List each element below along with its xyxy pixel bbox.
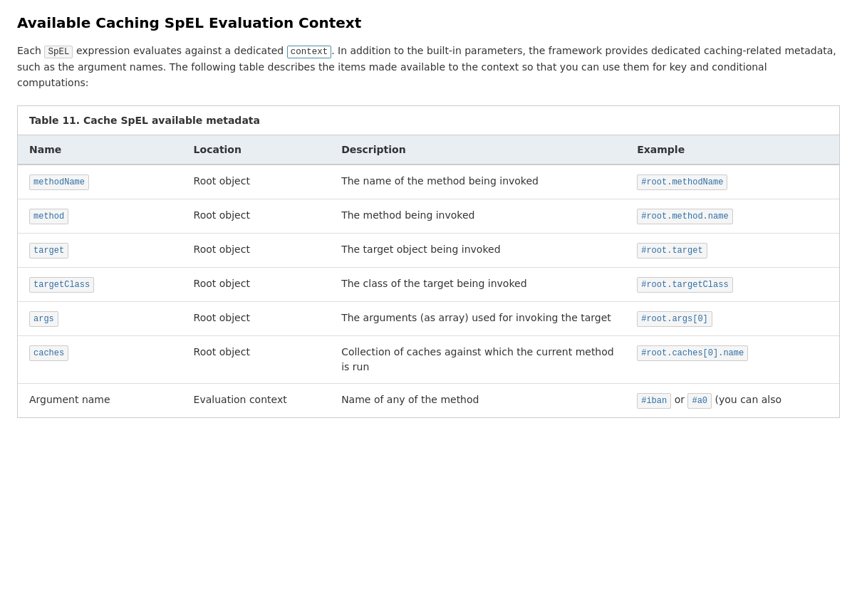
example-code: #root.method.name <box>637 209 732 224</box>
metadata-table-container: Table 11. Cache SpEL available metadata … <box>17 105 840 418</box>
table-caption: Table 11. Cache SpEL available metadata <box>18 106 839 135</box>
cell-name: args <box>18 301 182 335</box>
cell-description: Name of any of the method <box>330 383 625 417</box>
cell-name: targetClass <box>18 267 182 301</box>
cell-name: target <box>18 233 182 267</box>
intro-paragraph: Each SpEL expression evaluates against a… <box>17 43 840 91</box>
col-header-example: Example <box>625 135 839 165</box>
table-row: Argument nameEvaluation contextName of a… <box>18 383 839 417</box>
cell-example: #root.methodName <box>625 165 839 199</box>
table-row: targetClassRoot objectThe class of the t… <box>18 267 839 301</box>
example-code-iban: #iban <box>637 393 671 409</box>
metadata-table: Name Location Description Example method… <box>18 135 839 417</box>
example-code: #root.args[0] <box>637 311 712 327</box>
table-row: targetRoot objectThe target object being… <box>18 233 839 267</box>
cell-location: Root object <box>182 165 331 199</box>
cell-example: #root.method.name <box>625 199 839 233</box>
example-code: #root.targetClass <box>637 277 732 293</box>
cell-location: Root object <box>182 199 331 233</box>
cell-example: #iban or #a0 (you can also <box>625 383 839 417</box>
cell-description: The method being invoked <box>330 199 625 233</box>
name-code: caches <box>29 345 68 361</box>
table-row: methodRoot objectThe method being invoke… <box>18 199 839 233</box>
cell-location: Root object <box>182 267 331 301</box>
name-code: args <box>29 311 58 327</box>
cell-description: The arguments (as array) used for invoki… <box>330 301 625 335</box>
cell-example: #root.target <box>625 233 839 267</box>
table-row: methodNameRoot objectThe name of the met… <box>18 165 839 199</box>
table-row: argsRoot objectThe arguments (as array) … <box>18 301 839 335</box>
example-code-a0: #a0 <box>687 393 712 409</box>
intro-text-2: expression evaluates against a dedicated <box>73 45 286 56</box>
example-code: #root.target <box>637 243 707 259</box>
col-header-name: Name <box>18 135 182 165</box>
cell-description: The class of the target being invoked <box>330 267 625 301</box>
spel-code: SpEL <box>44 46 73 58</box>
col-header-description: Description <box>330 135 625 165</box>
cell-name: Argument name <box>18 383 182 417</box>
example-code: #root.methodName <box>637 174 727 190</box>
example-code: #root.caches[0].name <box>637 345 748 361</box>
cell-location: Root object <box>182 335 331 383</box>
col-header-location: Location <box>182 135 331 165</box>
page-title: Available Caching SpEL Evaluation Contex… <box>17 14 840 31</box>
table-header-row: Name Location Description Example <box>18 135 839 165</box>
cell-description: The target object being invoked <box>330 233 625 267</box>
name-code: method <box>29 209 68 224</box>
cell-name: caches <box>18 335 182 383</box>
cell-location: Root object <box>182 233 331 267</box>
name-code: methodName <box>29 174 89 190</box>
context-code: context <box>287 46 332 58</box>
cell-location: Evaluation context <box>182 383 331 417</box>
cell-example: #root.targetClass <box>625 267 839 301</box>
cell-example: #root.args[0] <box>625 301 839 335</box>
name-code: targetClass <box>29 277 94 293</box>
cell-name: method <box>18 199 182 233</box>
intro-text-1: Each <box>17 45 44 56</box>
table-row: cachesRoot objectCollection of caches ag… <box>18 335 839 383</box>
cell-example: #root.caches[0].name <box>625 335 839 383</box>
name-code: target <box>29 243 68 259</box>
cell-name: methodName <box>18 165 182 199</box>
cell-location: Root object <box>182 301 331 335</box>
cell-description: The name of the method being invoked <box>330 165 625 199</box>
cell-description: Collection of caches against which the c… <box>330 335 625 383</box>
